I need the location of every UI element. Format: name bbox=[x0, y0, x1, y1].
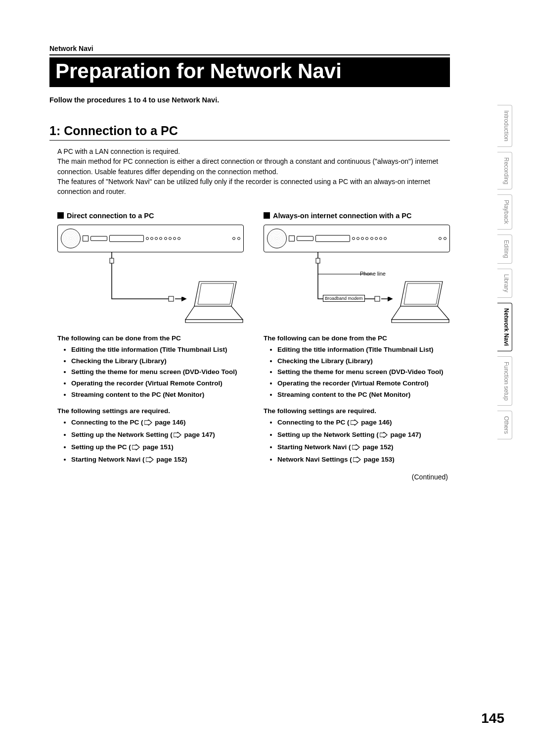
page-ref-arrow-icon bbox=[351, 419, 358, 429]
svg-rect-3 bbox=[375, 296, 380, 301]
tab-introduction[interactable]: Introduction bbox=[497, 105, 512, 147]
section-label: Network Navi bbox=[49, 45, 450, 52]
feature-item: Setting the theme for menu screen (DVD-V… bbox=[277, 367, 450, 378]
side-tabs: IntroductionRecordingPlaybackEditingLibr… bbox=[497, 105, 512, 439]
page-ref-arrow-icon bbox=[353, 456, 361, 466]
subhead-direct: Direct connection to a PC bbox=[57, 212, 244, 220]
phone-line-label: Phone line bbox=[360, 271, 386, 277]
page-ref-arrow-icon bbox=[174, 431, 181, 441]
svg-rect-1 bbox=[169, 296, 174, 301]
features-list-left: Editing the title information (Title Thu… bbox=[57, 345, 244, 401]
square-bullet-icon bbox=[264, 212, 270, 219]
setting-item: Network Navi Settings ( page 153) bbox=[277, 455, 450, 466]
intro-text: Follow the procedures 1 to 4 to use Netw… bbox=[49, 96, 450, 104]
setting-item: Setting up the Network Setting ( page 14… bbox=[277, 430, 450, 441]
rule-thin bbox=[49, 140, 450, 141]
features-head-right: The following can be done from the PC bbox=[264, 334, 450, 342]
modem-label: Broadband modem bbox=[323, 295, 365, 302]
setting-item: Connecting to the PC ( page 146) bbox=[71, 418, 244, 429]
feature-item: Operating the recorder (Virtual Remote C… bbox=[277, 378, 450, 389]
setting-item: Connecting to the PC ( page 146) bbox=[277, 418, 450, 429]
square-bullet-icon bbox=[57, 212, 64, 219]
features-list-right: Editing the title information (Title Thu… bbox=[264, 345, 450, 401]
rule-thick bbox=[49, 54, 450, 55]
page-ref-arrow-icon bbox=[380, 431, 388, 441]
page-ref-arrow-icon bbox=[146, 456, 154, 466]
tab-playback[interactable]: Playback bbox=[497, 194, 512, 230]
features-head-left: The following can be done from the PC bbox=[57, 334, 244, 342]
feature-item: Streaming content to the PC (Net Monitor… bbox=[71, 390, 244, 400]
feature-item: Checking the Library (Library) bbox=[277, 356, 450, 367]
setting-item: Setting up the Network Setting ( page 14… bbox=[71, 430, 244, 441]
tab-network-navi[interactable]: Network Navi bbox=[497, 303, 512, 351]
tab-editing[interactable]: Editing bbox=[497, 235, 512, 264]
tab-library[interactable]: Library bbox=[497, 269, 512, 298]
page-title: Preparation for Network Navi bbox=[49, 57, 450, 87]
feature-item: Editing the title information (Title Thu… bbox=[277, 345, 450, 355]
tab-recording[interactable]: Recording bbox=[497, 152, 512, 190]
heading-connection: 1: Connection to a PC bbox=[49, 124, 450, 138]
svg-rect-0 bbox=[110, 258, 114, 263]
settings-head-right: The following settings are required. bbox=[264, 407, 450, 415]
feature-item: Operating the recorder (Virtual Remote C… bbox=[71, 378, 244, 389]
page-ref-arrow-icon bbox=[132, 443, 140, 454]
page-ref-arrow-icon bbox=[144, 419, 152, 429]
settings-head-left: The following settings are required. bbox=[57, 407, 244, 415]
setting-item: Starting Network Navi ( page 152) bbox=[277, 442, 450, 454]
subhead-alwayson: Always-on internet connection with a PC bbox=[264, 212, 450, 220]
feature-item: Streaming content to the PC (Net Monitor… bbox=[277, 390, 450, 400]
body-paragraph: A PC with a LAN connection is required.T… bbox=[49, 146, 450, 196]
feature-item: Setting the theme for menu screen (DVD-V… bbox=[71, 367, 244, 378]
svg-rect-2 bbox=[316, 258, 320, 263]
tab-function-setup[interactable]: Function setup bbox=[497, 356, 512, 406]
settings-list-right: Connecting to the PC ( page 146)Setting … bbox=[264, 418, 450, 466]
column-direct: Direct connection to a PC bbox=[57, 212, 244, 467]
feature-item: Checking the Library (Library) bbox=[71, 356, 244, 367]
column-alwayson: Always-on internet connection with a PC bbox=[264, 212, 450, 467]
subhead-alwayson-label: Always-on internet connection with a PC bbox=[273, 212, 411, 220]
setting-item: Starting Network Navi ( page 152) bbox=[71, 455, 244, 466]
settings-list-left: Connecting to the PC ( page 146)Setting … bbox=[57, 418, 244, 466]
laptop-illustration bbox=[184, 279, 244, 324]
diagram-alwayson: Phone line Broadband modem bbox=[264, 225, 450, 324]
page-number: 145 bbox=[481, 710, 504, 726]
continued-label: (Continued) bbox=[49, 473, 450, 481]
setting-item: Setting up the PC ( page 151) bbox=[71, 442, 244, 454]
page-ref-arrow-icon bbox=[352, 443, 360, 454]
diagram-direct bbox=[57, 225, 244, 324]
feature-item: Editing the title information (Title Thu… bbox=[71, 345, 244, 355]
tab-others[interactable]: Others bbox=[497, 411, 512, 439]
laptop-illustration bbox=[391, 279, 450, 324]
subhead-direct-label: Direct connection to a PC bbox=[67, 212, 154, 220]
